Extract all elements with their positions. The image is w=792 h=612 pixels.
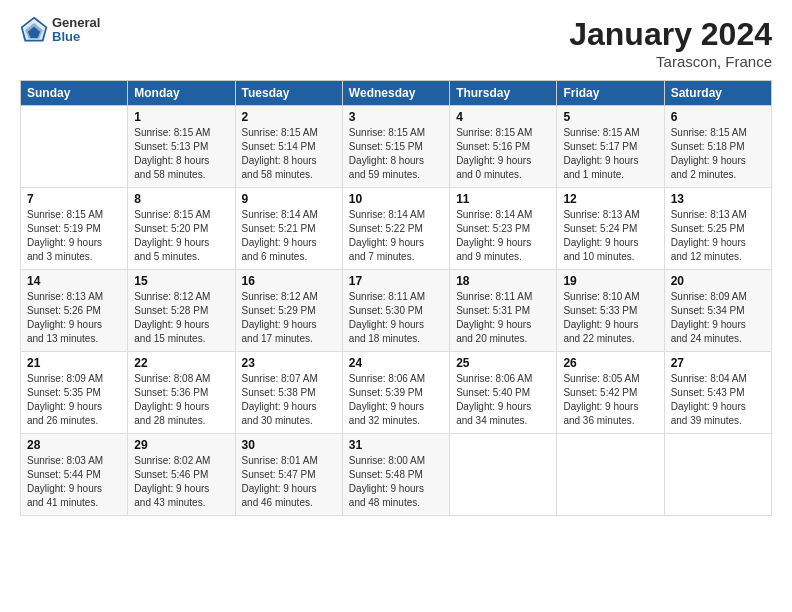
calendar-cell: 29Sunrise: 8:02 AMSunset: 5:46 PMDayligh… bbox=[128, 434, 235, 516]
page-title: January 2024 bbox=[569, 16, 772, 53]
day-number: 20 bbox=[671, 274, 765, 288]
day-info: Sunrise: 8:08 AMSunset: 5:36 PMDaylight:… bbox=[134, 372, 228, 428]
calendar-cell bbox=[450, 434, 557, 516]
calendar-cell: 2Sunrise: 8:15 AMSunset: 5:14 PMDaylight… bbox=[235, 106, 342, 188]
day-info: Sunrise: 8:15 AMSunset: 5:18 PMDaylight:… bbox=[671, 126, 765, 182]
day-number: 7 bbox=[27, 192, 121, 206]
calendar-cell: 14Sunrise: 8:13 AMSunset: 5:26 PMDayligh… bbox=[21, 270, 128, 352]
header-row: SundayMondayTuesdayWednesdayThursdayFrid… bbox=[21, 81, 772, 106]
day-number: 13 bbox=[671, 192, 765, 206]
calendar-week-5: 28Sunrise: 8:03 AMSunset: 5:44 PMDayligh… bbox=[21, 434, 772, 516]
calendar-week-3: 14Sunrise: 8:13 AMSunset: 5:26 PMDayligh… bbox=[21, 270, 772, 352]
calendar-cell: 13Sunrise: 8:13 AMSunset: 5:25 PMDayligh… bbox=[664, 188, 771, 270]
day-info: Sunrise: 8:14 AMSunset: 5:22 PMDaylight:… bbox=[349, 208, 443, 264]
calendar-cell: 15Sunrise: 8:12 AMSunset: 5:28 PMDayligh… bbox=[128, 270, 235, 352]
header-cell-thursday: Thursday bbox=[450, 81, 557, 106]
calendar-cell: 28Sunrise: 8:03 AMSunset: 5:44 PMDayligh… bbox=[21, 434, 128, 516]
day-number: 30 bbox=[242, 438, 336, 452]
day-info: Sunrise: 8:13 AMSunset: 5:25 PMDaylight:… bbox=[671, 208, 765, 264]
page-subtitle: Tarascon, France bbox=[569, 53, 772, 70]
logo-blue: Blue bbox=[52, 30, 100, 44]
calendar-cell: 12Sunrise: 8:13 AMSunset: 5:24 PMDayligh… bbox=[557, 188, 664, 270]
calendar-cell: 7Sunrise: 8:15 AMSunset: 5:19 PMDaylight… bbox=[21, 188, 128, 270]
calendar-cell: 10Sunrise: 8:14 AMSunset: 5:22 PMDayligh… bbox=[342, 188, 449, 270]
header-cell-friday: Friday bbox=[557, 81, 664, 106]
calendar-week-4: 21Sunrise: 8:09 AMSunset: 5:35 PMDayligh… bbox=[21, 352, 772, 434]
day-info: Sunrise: 8:07 AMSunset: 5:38 PMDaylight:… bbox=[242, 372, 336, 428]
calendar-week-1: 1Sunrise: 8:15 AMSunset: 5:13 PMDaylight… bbox=[21, 106, 772, 188]
day-number: 26 bbox=[563, 356, 657, 370]
day-number: 19 bbox=[563, 274, 657, 288]
day-info: Sunrise: 8:14 AMSunset: 5:21 PMDaylight:… bbox=[242, 208, 336, 264]
day-info: Sunrise: 8:15 AMSunset: 5:13 PMDaylight:… bbox=[134, 126, 228, 182]
day-info: Sunrise: 8:15 AMSunset: 5:14 PMDaylight:… bbox=[242, 126, 336, 182]
day-info: Sunrise: 8:09 AMSunset: 5:35 PMDaylight:… bbox=[27, 372, 121, 428]
day-info: Sunrise: 8:12 AMSunset: 5:29 PMDaylight:… bbox=[242, 290, 336, 346]
calendar-cell: 3Sunrise: 8:15 AMSunset: 5:15 PMDaylight… bbox=[342, 106, 449, 188]
day-number: 9 bbox=[242, 192, 336, 206]
calendar-cell bbox=[21, 106, 128, 188]
day-number: 11 bbox=[456, 192, 550, 206]
day-number: 16 bbox=[242, 274, 336, 288]
logo-general: General bbox=[52, 16, 100, 30]
day-number: 3 bbox=[349, 110, 443, 124]
calendar-header: SundayMondayTuesdayWednesdayThursdayFrid… bbox=[21, 81, 772, 106]
day-number: 24 bbox=[349, 356, 443, 370]
header-cell-sunday: Sunday bbox=[21, 81, 128, 106]
calendar-cell: 22Sunrise: 8:08 AMSunset: 5:36 PMDayligh… bbox=[128, 352, 235, 434]
day-info: Sunrise: 8:15 AMSunset: 5:20 PMDaylight:… bbox=[134, 208, 228, 264]
day-info: Sunrise: 8:10 AMSunset: 5:33 PMDaylight:… bbox=[563, 290, 657, 346]
day-number: 12 bbox=[563, 192, 657, 206]
day-info: Sunrise: 8:05 AMSunset: 5:42 PMDaylight:… bbox=[563, 372, 657, 428]
day-info: Sunrise: 8:09 AMSunset: 5:34 PMDaylight:… bbox=[671, 290, 765, 346]
day-info: Sunrise: 8:11 AMSunset: 5:31 PMDaylight:… bbox=[456, 290, 550, 346]
header-cell-tuesday: Tuesday bbox=[235, 81, 342, 106]
calendar-cell: 31Sunrise: 8:00 AMSunset: 5:48 PMDayligh… bbox=[342, 434, 449, 516]
day-info: Sunrise: 8:15 AMSunset: 5:15 PMDaylight:… bbox=[349, 126, 443, 182]
calendar-cell: 24Sunrise: 8:06 AMSunset: 5:39 PMDayligh… bbox=[342, 352, 449, 434]
day-info: Sunrise: 8:01 AMSunset: 5:47 PMDaylight:… bbox=[242, 454, 336, 510]
calendar-cell: 25Sunrise: 8:06 AMSunset: 5:40 PMDayligh… bbox=[450, 352, 557, 434]
day-number: 10 bbox=[349, 192, 443, 206]
calendar-table: SundayMondayTuesdayWednesdayThursdayFrid… bbox=[20, 80, 772, 516]
calendar-cell: 11Sunrise: 8:14 AMSunset: 5:23 PMDayligh… bbox=[450, 188, 557, 270]
calendar-cell: 16Sunrise: 8:12 AMSunset: 5:29 PMDayligh… bbox=[235, 270, 342, 352]
calendar-cell: 21Sunrise: 8:09 AMSunset: 5:35 PMDayligh… bbox=[21, 352, 128, 434]
day-info: Sunrise: 8:15 AMSunset: 5:16 PMDaylight:… bbox=[456, 126, 550, 182]
day-number: 8 bbox=[134, 192, 228, 206]
header-cell-wednesday: Wednesday bbox=[342, 81, 449, 106]
day-number: 5 bbox=[563, 110, 657, 124]
day-info: Sunrise: 8:02 AMSunset: 5:46 PMDaylight:… bbox=[134, 454, 228, 510]
logo: General Blue bbox=[20, 16, 100, 45]
page: General Blue January 2024 Tarascon, Fran… bbox=[0, 0, 792, 612]
day-info: Sunrise: 8:12 AMSunset: 5:28 PMDaylight:… bbox=[134, 290, 228, 346]
day-info: Sunrise: 8:13 AMSunset: 5:24 PMDaylight:… bbox=[563, 208, 657, 264]
day-info: Sunrise: 8:14 AMSunset: 5:23 PMDaylight:… bbox=[456, 208, 550, 264]
day-number: 1 bbox=[134, 110, 228, 124]
header: General Blue January 2024 Tarascon, Fran… bbox=[20, 16, 772, 70]
calendar-cell: 6Sunrise: 8:15 AMSunset: 5:18 PMDaylight… bbox=[664, 106, 771, 188]
day-info: Sunrise: 8:13 AMSunset: 5:26 PMDaylight:… bbox=[27, 290, 121, 346]
logo-text: General Blue bbox=[52, 16, 100, 45]
day-number: 21 bbox=[27, 356, 121, 370]
calendar-week-2: 7Sunrise: 8:15 AMSunset: 5:19 PMDaylight… bbox=[21, 188, 772, 270]
calendar-cell: 9Sunrise: 8:14 AMSunset: 5:21 PMDaylight… bbox=[235, 188, 342, 270]
calendar-cell: 17Sunrise: 8:11 AMSunset: 5:30 PMDayligh… bbox=[342, 270, 449, 352]
calendar-cell bbox=[664, 434, 771, 516]
day-number: 23 bbox=[242, 356, 336, 370]
day-number: 27 bbox=[671, 356, 765, 370]
day-info: Sunrise: 8:03 AMSunset: 5:44 PMDaylight:… bbox=[27, 454, 121, 510]
calendar-cell: 23Sunrise: 8:07 AMSunset: 5:38 PMDayligh… bbox=[235, 352, 342, 434]
day-number: 29 bbox=[134, 438, 228, 452]
day-number: 17 bbox=[349, 274, 443, 288]
calendar-cell: 26Sunrise: 8:05 AMSunset: 5:42 PMDayligh… bbox=[557, 352, 664, 434]
day-number: 2 bbox=[242, 110, 336, 124]
day-number: 15 bbox=[134, 274, 228, 288]
logo-icon bbox=[20, 16, 48, 44]
calendar-cell: 30Sunrise: 8:01 AMSunset: 5:47 PMDayligh… bbox=[235, 434, 342, 516]
day-info: Sunrise: 8:00 AMSunset: 5:48 PMDaylight:… bbox=[349, 454, 443, 510]
calendar-cell bbox=[557, 434, 664, 516]
calendar-cell: 5Sunrise: 8:15 AMSunset: 5:17 PMDaylight… bbox=[557, 106, 664, 188]
day-number: 4 bbox=[456, 110, 550, 124]
calendar-cell: 8Sunrise: 8:15 AMSunset: 5:20 PMDaylight… bbox=[128, 188, 235, 270]
